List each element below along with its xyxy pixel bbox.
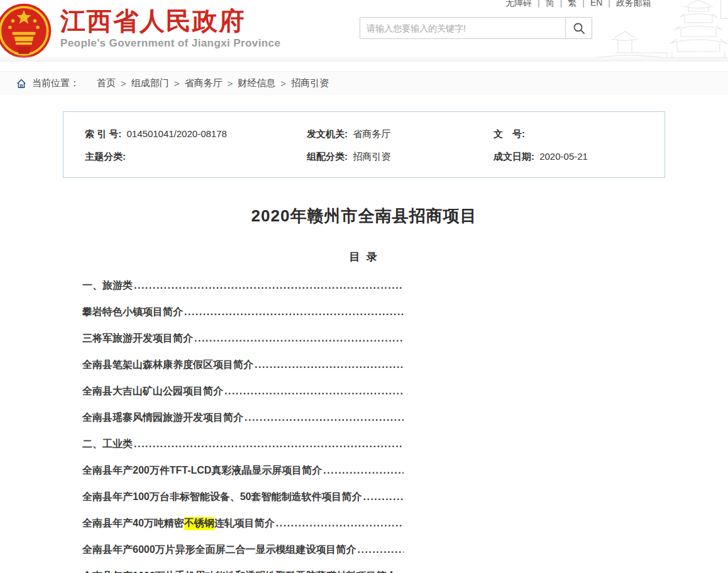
toc-item: 三将军旅游开发项目简介 ............................… <box>82 332 404 343</box>
breadcrumb-separator: > <box>121 78 126 89</box>
link-accessibility[interactable]: 无障碍 <box>505 0 532 8</box>
link-simplified[interactable]: 简 <box>546 0 554 8</box>
meta-docnum-label: 文 号: <box>494 128 525 139</box>
toc-item-text: 全南县瑶寨风情园旅游开发项目简介 <box>82 411 243 425</box>
meta-group-value: 招商引资 <box>353 151 390 162</box>
breadcrumb-investment[interactable]: 招商引资 <box>291 77 329 89</box>
document-body: 2020年赣州市全南县招商项目 目 录 一、旅游类 ..............… <box>63 205 665 573</box>
toc-leader-dots: ........................................… <box>134 438 404 450</box>
toc-leader-dots: ........................................… <box>134 280 404 291</box>
toc-item-text: 三将军旅游开发项目简介 <box>82 332 193 345</box>
link-traditional[interactable]: 繁 <box>568 0 576 8</box>
meta-issuer: 发文机关: 省商务厅 <box>307 128 494 140</box>
breadcrumb-separator: > <box>228 78 233 89</box>
toc-item: 全南县年产6000万片异形全面屏二合一显示模组建设项目简介 ..........… <box>82 543 404 555</box>
toc-item-text: 全南县年产40万吨精密 <box>82 517 184 530</box>
toc-item-text: 攀岩特色小镇项目简介 <box>82 306 183 319</box>
toc-item: 全南县年产200万件TFT-LCD真彩液晶显示屏项目简介 ...........… <box>82 464 404 476</box>
toc-item: 全南县年产40万吨精密 不锈钢 连轧项目简介 .................… <box>82 517 404 528</box>
toc-item-text: 一、旅游类 <box>82 279 133 292</box>
meta-date-value: 2020-05-21 <box>539 151 588 162</box>
breadcrumb-separator: > <box>280 78 286 89</box>
link-separator: | <box>560 0 563 8</box>
toc-item: 全南县年产100万台非标智能设备、50套智能制造软件项目简介 .........… <box>82 491 404 502</box>
breadcrumb-finance-info[interactable]: 财经信息 <box>238 77 275 89</box>
meta-docnum: 文 号: <box>494 128 665 140</box>
meta-row: 索 引 号: 014501041/2020-08178 发文机关: 省商务厅 文… <box>85 123 665 145</box>
toc-item: 全南县年产1000万片手机用功能性和透明性聚酰亚胺薄膜材料项目简介 ......… <box>82 570 404 573</box>
link-separator: | <box>538 0 540 8</box>
breadcrumb-label: 当前位置： <box>32 77 79 89</box>
meta-date: 成文日期: 2020-05-21 <box>494 151 665 163</box>
search-highlight: 不锈钢 <box>184 517 214 530</box>
meta-index-value: 014501041/2020-08178 <box>127 128 227 139</box>
toc-item-text: 二、工业类 <box>82 438 133 451</box>
breadcrumb: 当前位置： 首页 > 组成部门 > 省商务厅 > 财经信息 > 招商引资 <box>0 71 728 95</box>
pagoda-sketch-decoration <box>593 0 728 62</box>
corner-widget <box>720 0 728 19</box>
toc-leader-dots: ........................................… <box>245 412 404 423</box>
toc-heading: 目 录 <box>63 250 665 264</box>
toc-item: 一、旅游类 ..................................… <box>82 279 404 291</box>
toc-item-text: 全南县年产1000万片手机用功能性和透明性聚酰亚胺薄膜材料项目简介 <box>82 570 397 573</box>
toc-leader-dots: ........................................… <box>276 518 404 529</box>
breadcrumb-commerce-dept[interactable]: 省商务厅 <box>185 77 223 89</box>
toc-leader-dots: ........................................… <box>255 359 404 370</box>
document-meta-box: 索 引 号: 014501041/2020-08178 发文机关: 省商务厅 文… <box>63 111 665 178</box>
site-search <box>360 17 592 39</box>
toc-item-text: 全南县年产6000万片异形全面屏二合一显示模组建设项目简介 <box>82 543 356 557</box>
meta-group-label: 组配分类: <box>307 151 348 162</box>
toc-item: 攀岩特色小镇项目简介 .............................… <box>82 306 404 317</box>
toc-leader-dots: ........................................… <box>363 491 404 503</box>
toc-item-text: 全南县大吉山矿山公园项目简介 <box>82 385 223 398</box>
page-title: 2020年赣州市全南县招商项目 <box>63 205 665 227</box>
toc-leader-dots: ........................................… <box>358 544 404 555</box>
meta-topic-label: 主题分类: <box>85 151 126 162</box>
logo-link[interactable]: 江西省人民政府 People's Government of Jiangxi P… <box>60 7 280 50</box>
toc-leader-dots: ........................................… <box>323 465 404 476</box>
search-button[interactable] <box>565 17 592 39</box>
toc-item-text: 全南县年产100万台非标智能设备、50套智能制造软件项目简介 <box>82 491 362 504</box>
toc-item: 全南县笔架山森林康养度假区项目简介 ......................… <box>82 359 404 370</box>
meta-issuer-value: 省商务厅 <box>353 128 390 139</box>
search-icon <box>573 22 585 35</box>
meta-index-label: 索 引 号: <box>85 128 121 139</box>
meta-date-label: 成文日期: <box>494 151 534 162</box>
toc-leader-dots: ........................................… <box>194 333 404 344</box>
site-header: 江西省人民政府 People's Government of Jiangxi P… <box>0 0 728 62</box>
breadcrumb-home[interactable]: 首页 <box>97 77 116 89</box>
breadcrumb-departments[interactable]: 组成部门 <box>131 77 169 89</box>
site-subtitle: People's Government of Jiangxi Province <box>60 37 280 50</box>
toc-item-text: 全南县笔架山森林康养度假区项目简介 <box>82 359 253 372</box>
meta-issuer-label: 发文机关: <box>307 128 348 139</box>
meta-group: 组配分类: 招商引资 <box>307 151 494 163</box>
toc-leader-dots: ........................................… <box>224 386 404 397</box>
link-separator: | <box>582 0 585 8</box>
breadcrumb-separator: > <box>174 78 180 89</box>
toc-leader-dots: ........................................… <box>398 570 404 573</box>
home-icon <box>16 78 27 89</box>
meta-index: 索 引 号: 014501041/2020-08178 <box>85 128 307 140</box>
meta-row: 主题分类: 组配分类: 招商引资 成文日期: 2020-05-21 <box>85 145 665 168</box>
site-title: 江西省人民政府 <box>60 7 280 35</box>
meta-topic: 主题分类: <box>85 151 307 163</box>
table-of-contents: 一、旅游类 ..................................… <box>82 279 404 573</box>
search-input[interactable] <box>360 17 565 39</box>
toc-item: 全南县大吉山矿山公园项目简介 .........................… <box>82 385 404 396</box>
toc-item: 二、工业类 ..................................… <box>82 438 404 449</box>
toc-leader-dots: ........................................… <box>184 306 404 318</box>
toc-item: 全南县瑶寨风情园旅游开发项目简介 .......................… <box>82 411 404 423</box>
national-emblem-logo <box>0 2 53 60</box>
toc-item-text: 全南县年产200万件TFT-LCD真彩液晶显示屏项目简介 <box>82 464 322 477</box>
toc-item-text: 连轧项目简介 <box>214 517 275 530</box>
